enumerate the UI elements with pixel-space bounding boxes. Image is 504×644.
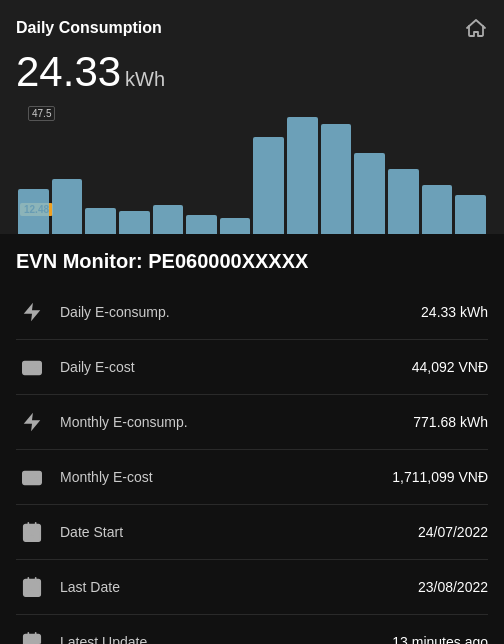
bar-item [321,124,352,235]
stat-row: Monthly E-cost1,711,099 VNĐ [16,450,488,505]
bar-item [422,185,453,234]
consumption-display: 24.33kWh [16,48,488,96]
calendar-clock-icon [16,626,48,644]
svg-rect-8 [24,580,41,597]
svg-rect-6 [24,525,41,542]
bar-item [220,218,251,234]
stat-row: Last Date23/08/2022 [16,560,488,615]
stat-value: 24/07/2022 [418,524,488,540]
calendar-icon [16,571,48,603]
stat-label: Latest Update [60,634,392,644]
stat-row: Latest Update13 minutes ago [16,615,488,644]
bar-item [18,189,49,235]
stat-row: Daily E-cost44,092 VNĐ [16,340,488,395]
bar-item [253,137,284,235]
bar-item [354,153,385,234]
stat-value: 24.33 kWh [421,304,488,320]
svg-marker-3 [24,413,41,431]
svg-rect-4 [23,472,41,485]
bottom-panel: EVN Monitor: PE060000XXXXX Daily E-consu… [0,234,504,644]
svg-marker-0 [24,303,41,321]
lightning-icon [16,296,48,328]
stat-row: Daily E-consump.24.33 kWh [16,285,488,340]
svg-point-9 [31,590,33,592]
stat-value: 1,711,099 VNĐ [392,469,488,485]
stat-row: Date Start24/07/2022 [16,505,488,560]
svg-point-2 [36,367,38,369]
bar-item [85,208,116,234]
bar-item [186,215,217,235]
bar-item [153,205,184,234]
bar-item [119,211,150,234]
wallet-icon [16,351,48,383]
svg-point-7 [31,535,33,537]
bar-item [52,179,83,234]
wallet-icon [16,461,48,493]
bar-item [455,195,486,234]
stat-value: 44,092 VNĐ [412,359,488,375]
page-title: Daily Consumption [16,19,162,37]
stat-label: Daily E-consump. [60,304,421,320]
stat-label: Daily E-cost [60,359,412,375]
svg-rect-1 [23,362,41,375]
calendar-icon [16,516,48,548]
stat-value: 23/08/2022 [418,579,488,595]
stat-label: Last Date [60,579,418,595]
bar-item [287,117,318,234]
stat-value: 13 minutes ago [392,634,488,644]
top-header: Daily Consumption [16,16,488,40]
top-panel: Daily Consumption 24.33kWh 47.5 12.48 [0,0,504,234]
svg-point-5 [36,477,38,479]
stat-label: Monthly E-cost [60,469,392,485]
stat-label: Date Start [60,524,418,540]
bar-item [388,169,419,234]
stat-row: Monthly E-consump.771.68 kWh [16,395,488,450]
lightning-icon [16,406,48,438]
stat-label: Monthly E-consump. [60,414,413,430]
consumption-unit: kWh [125,68,165,90]
chart-high-label: 47.5 [28,106,55,121]
chart-bars-container [16,104,488,234]
bar-chart: 47.5 12.48 [16,104,488,234]
monitor-title: EVN Monitor: PE060000XXXXX [16,250,488,273]
stat-value: 771.68 kWh [413,414,488,430]
home-icon[interactable] [464,16,488,40]
consumption-number: 24.33 [16,48,121,95]
stats-list: Daily E-consump.24.33 kWhDaily E-cost44,… [16,285,488,644]
